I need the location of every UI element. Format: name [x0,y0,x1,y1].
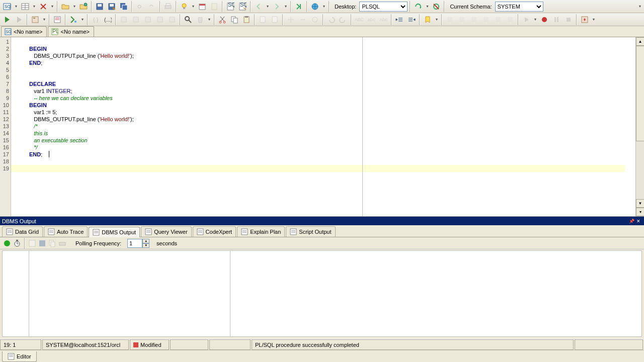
find-icon[interactable] [183,14,194,25]
polling-spinner[interactable]: ▲▼ [127,239,149,248]
dropdown-icon[interactable]: ▼ [425,1,430,12]
refresh-icon[interactable] [413,1,424,12]
code-area[interactable]: BEGIN DBMS_OUTPUT.put_line ('Hello world… [11,37,635,216]
breakpoint-icon[interactable] [539,14,550,25]
dropdown-icon[interactable]: ▼ [32,1,37,12]
stop-refresh-icon[interactable] [431,1,442,12]
scroll-down-icon[interactable]: ▼ [636,199,644,208]
tab-icon [197,228,204,235]
sql-icon[interactable]: sql [2,1,13,12]
dropdown-icon[interactable]: ▼ [591,14,596,25]
output-tab-codexpert[interactable]: CodeXpert [193,226,236,237]
spin-down-icon[interactable]: ▼ [142,243,149,248]
cube2-icon [130,14,141,25]
editor-tab-1[interactable]: sql <No name> [1,26,47,37]
spin-up-icon[interactable]: ▲ [142,239,149,243]
doc1-icon [257,14,268,25]
output-tab-auto-trace[interactable]: Auto Trace [44,226,88,237]
editor-tab-2[interactable]: PL <No name> [48,26,94,37]
svg-rect-72 [93,229,99,235]
schema-select[interactable]: SYSTEM [495,2,543,12]
output-left-pane [3,251,29,336]
output-tab-query-viewer[interactable]: Query Viewer [141,226,191,237]
g6-icon [505,14,516,25]
output-tab-dbms-output[interactable]: DBMS Output [89,227,140,237]
dropdown-icon: ▼ [283,1,288,12]
save-icon[interactable] [94,1,105,12]
save-as-icon[interactable] [106,1,117,12]
dropdown-icon[interactable]: ▼ [191,1,196,12]
save-all-icon[interactable] [118,1,129,12]
subst-var-icon[interactable]: (...) [102,14,113,25]
svg-point-8 [84,3,87,6]
paste-icon[interactable] [241,14,252,25]
tab-label: <No name> [14,29,42,35]
options-icon[interactable] [579,14,590,25]
output-tab-data-grid[interactable]: Data Grid [2,226,43,237]
copy-icon[interactable] [229,14,240,25]
dropdown-icon[interactable]: ▼ [72,1,77,12]
output-tab-explain-plan[interactable]: Explain Plan [237,226,285,237]
bottom-tabs: Editor [0,350,644,362]
svg-rect-16 [166,4,170,6]
bookmark-icon[interactable] [422,14,433,25]
print-output-icon[interactable] [58,239,66,247]
scroll-corner-icon[interactable]: ▾ [636,208,644,216]
abc1-icon: ABC [354,14,365,25]
explain-icon[interactable] [52,14,63,25]
dropdown-icon[interactable]: ▼ [434,14,439,25]
svg-point-57 [542,17,547,22]
schema-browser-icon[interactable] [30,14,41,25]
sql-script-icon[interactable]: SQL [225,1,236,12]
output-tab-script-output[interactable]: Script Output [286,226,335,237]
goto-end-icon[interactable] [293,1,304,12]
pause-dbg-icon [551,14,562,25]
cube3-icon [142,14,153,25]
panel-title-text: DBMS Output [2,218,36,224]
svg-rect-78 [197,229,203,235]
save-output-icon[interactable] [38,239,46,247]
script-exec-icon[interactable] [68,14,79,25]
dropdown-icon[interactable]: ▼ [80,14,85,25]
dropdown-icon[interactable]: ▼ [321,1,327,12]
dropdown-icon[interactable]: ▼ [14,1,19,12]
pin-icon[interactable]: 📌 [628,218,635,225]
code-editor[interactable]: 12345678910111213141516171819 BEGIN DBMS… [0,37,644,217]
globe-icon[interactable] [309,1,320,12]
nav2-icon [297,14,308,25]
clip-icon [209,1,220,12]
close-panel-icon[interactable]: ✕ [635,218,642,225]
timer-icon[interactable] [13,239,21,247]
dropdown-icon[interactable]: ▼ [42,14,47,25]
overflow-icon[interactable]: ▼ [637,1,642,12]
svg-point-87 [4,240,10,246]
stop-dbg-icon [563,14,574,25]
desktop-select[interactable]: PLSQL [359,2,408,12]
table-icon[interactable] [20,1,31,12]
vertical-scrollbar[interactable]: ▲ ▼ ▾ [635,37,644,216]
svg-rect-51 [447,17,452,22]
cut-icon[interactable] [217,14,228,25]
unindent-icon[interactable] [394,14,405,25]
close-x-icon[interactable] [38,1,49,12]
record-on-icon[interactable] [3,239,11,247]
output-mid-pane [29,251,230,336]
scroll-up-icon[interactable]: ▲ [636,37,644,46]
lightbulb-icon[interactable] [179,1,190,12]
polling-input[interactable] [127,239,142,248]
execute-icon[interactable] [2,14,13,25]
status-connection: SYSTEM@localhost:1521/orcl [42,339,129,350]
sql-tune-icon[interactable]: SQL [237,1,248,12]
bottom-tab-editor[interactable]: Editor [2,351,37,362]
svg-rect-96 [59,242,65,245]
open-net-icon[interactable] [78,1,89,12]
line-gutter: 12345678910111213141516171819 [0,37,11,216]
g5-icon [493,14,504,25]
calendar-icon[interactable] [197,1,208,12]
scroll-thumb[interactable] [636,46,644,141]
dropdown-icon[interactable]: ▼ [50,1,55,12]
open-icon[interactable] [60,1,71,12]
clear-icon[interactable] [28,239,36,247]
copy-output-icon[interactable] [48,239,56,247]
indent-icon[interactable] [406,14,417,25]
